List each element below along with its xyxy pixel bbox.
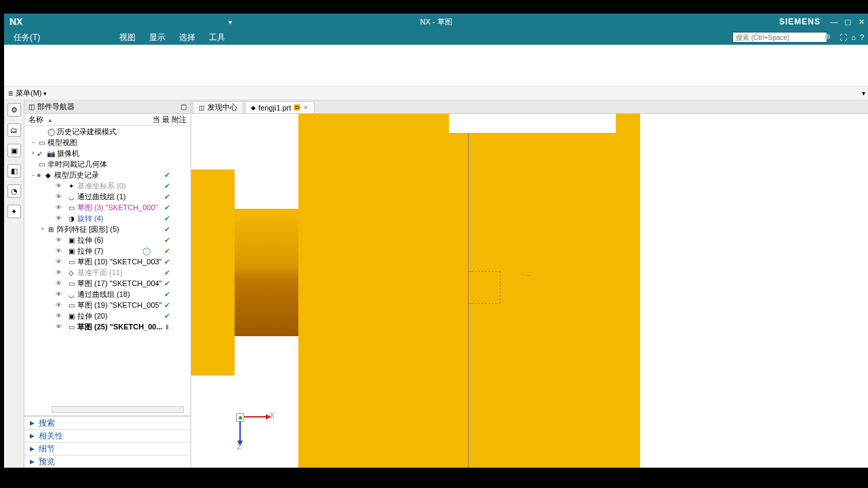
- minimize-button[interactable]: —: [827, 18, 841, 26]
- tree-row[interactable]: ▭非时间戳记几何体: [24, 159, 191, 169]
- reuse-icon[interactable]: ◧: [7, 164, 21, 178]
- aux-panel-header[interactable]: ▶细节: [24, 442, 191, 455]
- command-search[interactable]: 🔍: [732, 32, 827, 43]
- tree-row[interactable]: ◯历史记录建模模式: [24, 126, 191, 137]
- tree-item-label: 摄像机: [56, 148, 79, 159]
- navigator-icon: ◫: [28, 103, 35, 110]
- history-icon[interactable]: ◔: [7, 184, 21, 198]
- visibility-icon[interactable]: 👁: [56, 237, 66, 243]
- tree-row[interactable]: 👁▭草图 (19) "SKETCH_005"✔: [24, 300, 191, 310]
- visibility-icon[interactable]: 👁: [56, 247, 66, 254]
- expand-icon[interactable]: −: [30, 139, 37, 146]
- tree-row[interactable]: 👁▣拉伸 (7)✔◯: [24, 245, 191, 256]
- visibility-icon[interactable]: 👁: [56, 323, 66, 330]
- expand-icon[interactable]: +: [30, 150, 37, 157]
- help-icon[interactable]: ?: [860, 33, 864, 41]
- menu-task[interactable]: 任务(T): [9, 32, 44, 43]
- home-icon[interactable]: ⌂: [851, 33, 856, 41]
- check-icon: ✔: [164, 247, 170, 256]
- tree-row[interactable]: +✔📷摄像机: [24, 148, 191, 159]
- menu-select[interactable]: 选择: [172, 32, 202, 43]
- maximize-button[interactable]: ▢: [841, 18, 854, 26]
- tree-row[interactable]: 👁◑旋转 (4)✔: [24, 213, 191, 224]
- brand-label: SIEMENS: [779, 17, 821, 26]
- tree-row[interactable]: 👁▭草图 (17) "SKETCH_004"✔: [24, 278, 191, 289]
- roles-icon[interactable]: ✦: [7, 205, 21, 218]
- triad-origin[interactable]: [236, 413, 244, 422]
- check-icon: ✔: [164, 225, 170, 234]
- graphics-viewport[interactable]: ··→ X Z: [191, 114, 868, 468]
- visibility-icon[interactable]: 👁: [56, 280, 66, 287]
- feature-type-icon: ◇: [66, 269, 76, 277]
- feature-tree[interactable]: ◯历史记录建模模式−▭模型视图+✔📷摄像机▭非时间戳记几何体−●◆模型历史记录✔…: [24, 126, 191, 405]
- tree-row[interactable]: 👁◇基准平面 (11)✔: [24, 267, 191, 278]
- tree-row[interactable]: −▭模型视图: [24, 137, 191, 148]
- fullscreen-icon[interactable]: ⛶: [840, 33, 847, 41]
- sketch-selection-rect[interactable]: [468, 271, 500, 304]
- feature-type-icon: ▭: [37, 161, 46, 168]
- menu-tools[interactable]: 工具: [202, 32, 232, 43]
- check-icon: ✔: [164, 258, 170, 266]
- check-icon: ✔: [164, 236, 170, 245]
- triad-z-axis[interactable]: [239, 422, 241, 442]
- check-icon: ✔: [164, 279, 170, 288]
- aux-panel-header[interactable]: ▶搜索: [24, 416, 191, 429]
- visibility-icon[interactable]: 👁: [56, 302, 66, 308]
- expand-handle-icon[interactable]: ▾: [862, 89, 865, 97]
- triad-z-label: Z: [237, 443, 241, 451]
- window-title: NX - 草图: [420, 17, 452, 27]
- tree-item-label: 历史记录建模模式: [56, 127, 117, 137]
- feature-type-icon: ✦: [66, 182, 76, 190]
- document-tab[interactable]: ◫发现中心: [193, 101, 243, 113]
- visibility-icon[interactable]: 👁: [56, 291, 66, 298]
- checkbox-icon[interactable]: ✔: [37, 150, 45, 157]
- close-button[interactable]: ✕: [854, 18, 868, 26]
- tree-row[interactable]: +⊞阵列特征 [圆形] (5)✔: [24, 224, 191, 235]
- column-name[interactable]: 名称▲: [24, 115, 150, 125]
- menu-view[interactable]: 视图: [113, 32, 142, 43]
- visibility-icon[interactable]: 👁: [56, 269, 66, 276]
- pin-icon[interactable]: ▢: [180, 103, 186, 110]
- visibility-icon[interactable]: 👁: [56, 182, 66, 189]
- tab-type-icon: ◆: [251, 104, 256, 111]
- part-navigator-icon[interactable]: 🗂: [7, 123, 21, 137]
- visibility-icon[interactable]: 👁: [56, 312, 66, 319]
- tab-close-icon[interactable]: ✕: [303, 104, 309, 111]
- column-right[interactable]: 当 最 附注: [150, 115, 191, 125]
- feature-type-icon: ▭: [37, 139, 46, 146]
- visibility-icon[interactable]: 👁: [56, 258, 66, 265]
- aux-panel-header[interactable]: ▶预览: [24, 455, 191, 468]
- drag-handle-icon[interactable]: ··→: [521, 271, 532, 279]
- horizontal-scrollbar[interactable]: [52, 406, 184, 413]
- expand-icon[interactable]: −: [30, 171, 37, 178]
- visibility-icon[interactable]: 👁: [56, 204, 66, 211]
- tree-row[interactable]: 👁▭草图 (25) "SKETCH_00...▮: [24, 321, 191, 332]
- settings-icon[interactable]: ⚙: [7, 103, 21, 117]
- hamburger-icon[interactable]: ≡: [8, 89, 16, 98]
- part-step-1[interactable]: [191, 169, 235, 375]
- tree-row[interactable]: 👁▣拉伸 (20)✔: [24, 310, 191, 321]
- tree-row[interactable]: 👁▭草图 (3) "SKETCH_000"✔: [24, 202, 191, 213]
- triad-x-axis[interactable]: [244, 416, 267, 418]
- tree-row[interactable]: 👁▣拉伸 (6)✔: [24, 235, 191, 245]
- menu-display[interactable]: 显示: [142, 32, 172, 43]
- menu-dropdown-button[interactable]: 菜单(M): [16, 88, 42, 98]
- tree-row[interactable]: 👁▭草图 (10) "SKETCH_003"✔: [24, 256, 191, 267]
- search-input[interactable]: [733, 34, 825, 41]
- search-icon[interactable]: 🔍: [825, 34, 833, 41]
- visibility-icon[interactable]: 👁: [56, 215, 66, 222]
- document-tab[interactable]: ◆fengji1.prtD✕: [245, 101, 315, 113]
- qat-dropdown-icon[interactable]: ▾: [224, 18, 236, 26]
- view-triad[interactable]: X Z: [229, 400, 277, 447]
- tree-row[interactable]: 👁✦基准坐标系 (0)✔: [24, 180, 191, 191]
- aux-panel-header[interactable]: ▶相关性: [24, 429, 191, 442]
- tree-row[interactable]: 👁◡通过曲线组 (18)✔: [24, 289, 191, 300]
- chevron-down-icon[interactable]: ▾: [42, 90, 47, 97]
- tree-row[interactable]: 👁◡通过曲线组 (1)✔: [24, 191, 191, 202]
- expand-right-icon: ▶: [30, 445, 39, 452]
- visibility-icon[interactable]: 👁: [56, 193, 66, 200]
- assembly-icon[interactable]: ▣: [7, 144, 21, 157]
- part-step-2[interactable]: [235, 209, 298, 336]
- tree-row[interactable]: −●◆模型历史记录✔: [24, 169, 191, 180]
- expand-icon[interactable]: +: [39, 226, 46, 232]
